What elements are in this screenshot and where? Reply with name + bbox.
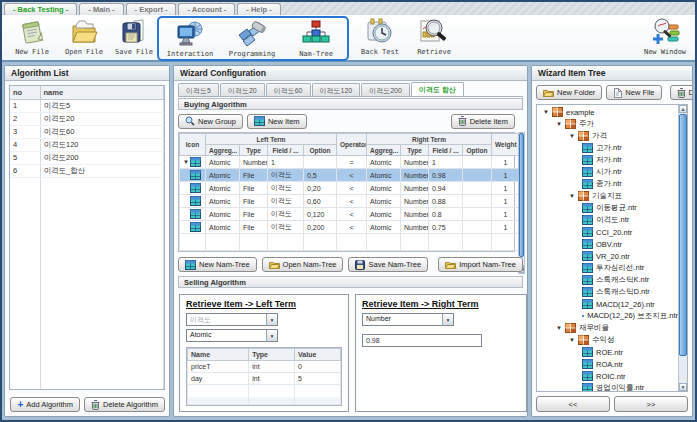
menu-tab[interactable]: - Account - — [178, 3, 235, 15]
buying-rule-row[interactable]: ▼ Atomic File 이격도 0,5 < Atomic Number 0.… — [180, 169, 520, 182]
algorithm-row[interactable]: 4 이격도120 — [10, 138, 164, 151]
tree-item[interactable]: ▼ 재무비율 — [537, 322, 678, 334]
delete-item-button[interactable]: Delete Item — [451, 114, 515, 129]
right-term-value-input[interactable] — [362, 334, 482, 347]
new-folder-button[interactable]: New Folder — [536, 85, 602, 100]
buying-table-scrollbar[interactable]: ▼ — [518, 132, 525, 274]
ntr-file-icon — [582, 359, 593, 369]
row-expander-icon[interactable]: ▼ — [183, 159, 189, 165]
tree-expander-icon[interactable]: ▼ — [569, 133, 575, 139]
menu-tab[interactable]: - Export - — [126, 3, 177, 15]
tree-expander-icon[interactable]: ▼ — [543, 109, 549, 115]
save-nam-tree-button[interactable]: Save Nam-Tree — [348, 257, 428, 272]
save-file-button[interactable]: Save File — [108, 17, 160, 60]
tree-item[interactable]: ▼ ROA.ntr — [537, 358, 678, 370]
programming-button[interactable]: Programming — [221, 19, 283, 62]
menu-tab[interactable]: - Main - — [79, 3, 123, 15]
tree-item[interactable]: ▼ 저가.ntr — [537, 154, 678, 166]
tree-item[interactable]: ▼ 기술지표 — [537, 190, 678, 202]
tree-item[interactable]: ▼ ROE.ntr — [537, 346, 678, 358]
add-algorithm-button[interactable]: + Add Algorithm — [10, 397, 80, 412]
algorithm-tab[interactable]: 이격도60 — [266, 83, 311, 96]
tree-item[interactable]: ▼ MACD(12_26).ntr — [537, 298, 678, 310]
menu-tab[interactable]: - Back Testing - — [4, 3, 77, 15]
nam-tree-button[interactable]: Nam-Tree — [287, 19, 345, 62]
tree-prev-button[interactable]: << — [536, 396, 610, 412]
type-select[interactable]: Number ▼ — [362, 313, 454, 326]
tree-item[interactable]: ▼ CCI_20.ntr — [537, 226, 678, 238]
selling-algorithm-section[interactable]: Selling Algorithm — [178, 276, 523, 288]
import-nam-tree-button[interactable]: Import Nam-Tree — [438, 257, 523, 272]
algorithm-tab[interactable]: 이격도200 — [361, 83, 410, 96]
tree-item[interactable]: ▼ VR_20.ntr — [537, 250, 678, 262]
algorithm-tab[interactable]: 이격도120 — [312, 83, 361, 96]
tree-expander-icon[interactable]: ▼ — [556, 121, 562, 127]
scroll-down-arrow[interactable]: ▼ — [679, 383, 687, 391]
ntr-file-icon — [582, 347, 593, 357]
new-item-button[interactable]: New Item — [247, 114, 307, 129]
back-test-button[interactable]: Back Test — [354, 17, 406, 60]
tree-item[interactable]: ▼ 주가 — [537, 118, 678, 130]
algorithm-tab[interactable]: 이격도5 — [178, 83, 219, 96]
tree-item[interactable]: ▼ 고가.ntr — [537, 142, 678, 154]
open-file-button[interactable]: Open File — [58, 17, 110, 60]
folder-node-icon — [552, 107, 563, 117]
buying-rule-row[interactable]: ▼ Atomic File 이격도 0,200 < Atomic Number … — [180, 221, 520, 234]
delete-algorithm-button[interactable]: Delete Algorithm — [84, 397, 165, 412]
buying-rule-row[interactable]: ▼ Atomic File 이격도 0,20 < Atomic Number 0… — [180, 182, 520, 195]
interaction-icon — [175, 19, 205, 49]
tree-item[interactable]: ▼ 스톡캐스틱K.ntr — [537, 274, 678, 286]
buying-rule-row[interactable]: ▼ Atomic File 이격도 0,120 < Atomic Number … — [180, 208, 520, 221]
tree-expander-icon[interactable]: ▼ — [556, 325, 562, 331]
new-file-tree-button[interactable]: New File — [606, 85, 661, 100]
tree-item[interactable]: ▼ 이격도.ntr — [537, 214, 678, 226]
ntr-file-icon — [582, 215, 593, 225]
field-select[interactable]: 이격도 ▼ — [186, 313, 278, 326]
ntr-file-icon — [582, 263, 593, 273]
algorithm-row[interactable]: 1 이격도5 — [10, 99, 164, 112]
tree-item[interactable]: ▼ 영업이익률.ntr — [537, 382, 678, 391]
buying-algorithm-section[interactable]: Buying Algorithm — [178, 98, 523, 110]
buying-rule-row[interactable]: ▼ Atomic File 이격도 0,60 < Atomic Number 0… — [180, 195, 520, 208]
tree-item[interactable]: ▼ 투자심리선.ntr — [537, 262, 678, 274]
delete-tree-item-button[interactable]: Delete — [670, 85, 693, 100]
tree-expander-icon[interactable]: ▼ — [569, 337, 575, 343]
parameter-row[interactable]: priceT int 0 — [188, 361, 341, 373]
trash-icon — [91, 400, 100, 410]
parameter-row[interactable]: day int 5 — [188, 373, 341, 385]
algorithm-tab[interactable]: 이격도 합산 — [411, 82, 464, 96]
tree-item[interactable]: ▼ ROIC.ntr — [537, 370, 678, 382]
new-group-button[interactable]: New Group — [178, 114, 243, 129]
wizard-item-tree-panel: Wizard Item Tree New Folder New File Del… — [531, 65, 693, 417]
algorithm-row[interactable]: 6 이격도_합산 — [10, 164, 164, 177]
tree-item[interactable]: ▼ 이동평균.ntr — [537, 202, 678, 214]
algorithm-row[interactable]: 5 이격도200 — [10, 151, 164, 164]
open-nam-tree-button[interactable]: Open Nam-Tree — [262, 257, 344, 272]
column-header-name: name — [40, 86, 164, 99]
tree-item[interactable]: ▼ 시가.ntr — [537, 166, 678, 178]
aggregation-select[interactable]: Atomic ▼ — [186, 329, 278, 342]
algorithm-row[interactable]: 3 이격도60 — [10, 125, 164, 138]
new-nam-tree-button[interactable]: New Nam-Tree — [178, 257, 257, 272]
tree-item[interactable]: ▼ 종가.ntr — [537, 178, 678, 190]
buying-rules-table: Icon Left Term Operator Right Term Weigh… — [178, 132, 515, 252]
algorithm-tab[interactable]: 이격도20 — [220, 83, 265, 96]
tree-next-button[interactable]: >> — [614, 396, 688, 412]
tree-scrollbar[interactable]: ▲ ▼ — [678, 105, 687, 391]
new-file-button[interactable]: New File — [6, 17, 58, 60]
menu-tab[interactable]: - Help - — [237, 3, 280, 15]
buying-rule-row[interactable]: ▼ Atomic Number 1 = Atomic Number 1 1 — [180, 156, 520, 169]
tree-item[interactable]: ▼ 가격 — [537, 130, 678, 142]
header-weight: Weight — [492, 134, 520, 156]
retrieve-button[interactable]: Retrieve — [408, 17, 460, 60]
interaction-button[interactable]: Interaction — [161, 19, 219, 62]
tree-expander-icon[interactable]: ▼ — [569, 193, 575, 199]
new-window-button[interactable]: New Window — [639, 17, 691, 60]
tree-item[interactable]: ▼ 수익성 — [537, 334, 678, 346]
tree-item[interactable]: ▼ 스톡캐스틱D.ntr — [537, 286, 678, 298]
tree-item[interactable]: ▼ OBV.ntr — [537, 238, 678, 250]
scroll-up-arrow[interactable]: ▲ — [679, 105, 687, 113]
tree-item[interactable]: ▼ MACD(12_26) 보조지표.ntr — [537, 310, 678, 322]
algorithm-row[interactable]: 2 이격도20 — [10, 112, 164, 125]
tree-item[interactable]: ▼ example — [537, 106, 678, 118]
